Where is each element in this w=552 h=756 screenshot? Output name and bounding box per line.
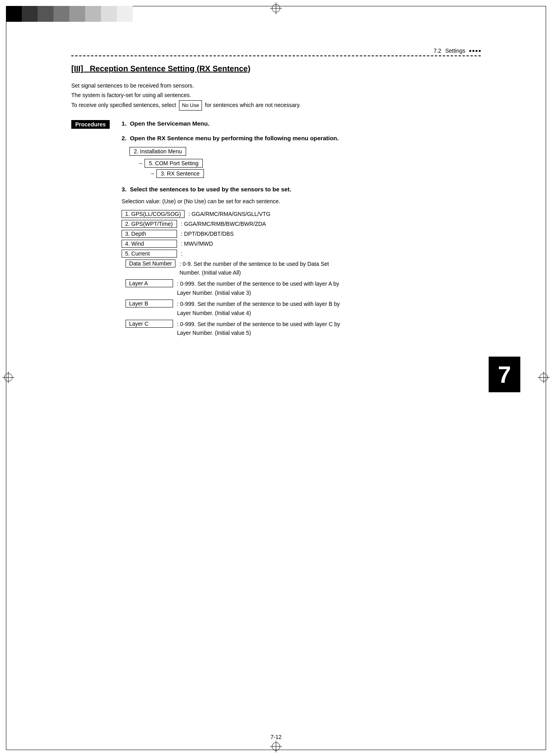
sub-item-label-4: Layer C xyxy=(126,320,173,328)
arrow-2: → xyxy=(149,170,155,177)
intro-line3-after: for sentences which are not necessary. xyxy=(205,102,301,108)
right-crosshair xyxy=(538,372,550,385)
intro-paragraph: Set signal sentences to be received from… xyxy=(71,81,481,111)
step-3-text: 3. Select the sentences to be used by th… xyxy=(122,186,481,193)
section-label: Settings xyxy=(445,48,465,54)
step-2-text: 2. Open the RX Sentence menu by performi… xyxy=(122,135,481,141)
menu-item-1: 2. Installation Menu xyxy=(129,147,186,156)
sub-item-label-2: Layer A xyxy=(126,279,173,287)
sentence-row-4: 4. Wind : MWV/MWD xyxy=(122,240,481,248)
sentence-value-5: : xyxy=(181,250,183,258)
top-crosshair xyxy=(270,2,282,15)
section-dots xyxy=(469,50,481,52)
arrow-1: → xyxy=(137,160,143,166)
intro-line3: To receive only specified sentences, sel… xyxy=(71,100,481,111)
sentence-label-4: 4. Wind xyxy=(122,240,177,248)
sub-item-row-4: Layer C : 0-999. Set the number of the s… xyxy=(126,320,481,338)
sentence-value-2: : GGA/RMC/RMB/BWC/BWR/ZDA xyxy=(181,220,266,228)
sub-item-label-1: Data Set Number xyxy=(126,260,175,267)
sub-item-value-2: : 0-999. Set the number of the sentence … xyxy=(177,279,343,297)
title-text: Reception Sentence Setting (RX Sentence) xyxy=(90,64,251,73)
sentence-row-3: 3. Depth : DPT/DBK/DBT/DBS xyxy=(122,230,481,238)
step-2-label: Open the RX Sentence menu by performing … xyxy=(130,135,339,141)
sub-item-row-1: Data Set Number : 0-9. Set the number of… xyxy=(126,260,481,277)
sentence-row-5: 5. Current : xyxy=(122,250,481,258)
menu-arrow-row-1: → 5. COM Port Setting xyxy=(129,159,481,168)
step-2-number: 2. xyxy=(122,135,127,141)
page-number: 7-12 xyxy=(270,734,282,740)
sentence-label-1: 1. GPS(LL/COG/SOG) xyxy=(122,210,185,218)
title-prefix: [III] xyxy=(71,64,83,73)
sentence-label-2: 2. GPS(WPT/Time) xyxy=(122,220,177,228)
procedures-block: Procedures 1. Open the Serviceman Menu. … xyxy=(71,120,481,346)
intro-line3-before: To receive only specified sentences, sel… xyxy=(71,102,176,108)
sub-item-row-3: Layer B : 0-999. Set the number of the s… xyxy=(126,300,481,317)
step-1-label: Open the Serviceman Menu. xyxy=(130,120,209,127)
menu-item-3: 3. RX Sentence xyxy=(156,169,204,178)
step-3: 3. Select the sentences to be used by th… xyxy=(122,186,481,338)
step-2: 2. Open the RX Sentence menu by performi… xyxy=(122,135,481,178)
section-divider xyxy=(71,55,481,56)
menu-item-2: 5. COM Port Setting xyxy=(145,159,203,168)
page-footer: 7-12 xyxy=(0,734,552,740)
sentence-value-1: : GGA/RMC/RMA/GNS/GLL/VTG xyxy=(188,210,270,218)
step-3-label: Select the sentences to be used by the s… xyxy=(130,186,291,193)
sub-item-row-2: Layer A : 0-999. Set the number of the s… xyxy=(126,279,481,297)
page: 7.2 Settings [III] Reception Sentence Se… xyxy=(0,0,552,756)
sentence-list: 1. GPS(LL/COG/SOG) : GGA/RMC/RMA/GNS/GLL… xyxy=(122,210,481,338)
chapter-number: 7 xyxy=(498,361,511,388)
selection-note: Selection value: (Use) or (No Use) can b… xyxy=(122,198,481,204)
left-crosshair xyxy=(2,372,14,385)
step-3-number: 3. xyxy=(122,186,127,193)
sentence-value-4: : MWV/MWD xyxy=(181,240,213,248)
menu-arrow-row-2: → 3. RX Sentence xyxy=(129,169,481,178)
main-title: [III] Reception Sentence Setting (RX Sen… xyxy=(71,64,481,73)
intro-line2: The system is factory-set for using all … xyxy=(71,91,481,100)
sub-items: Data Set Number : 0-9. Set the number of… xyxy=(126,260,481,338)
sub-item-value-4: : 0-999. Set the number of the sentence … xyxy=(177,320,343,338)
color-block-1 xyxy=(6,6,22,22)
sub-item-value-3: : 0-999. Set the number of the sentence … xyxy=(177,300,343,317)
sentence-row-1: 1. GPS(LL/COG/SOG) : GGA/RMC/RMA/GNS/GLL… xyxy=(122,210,481,218)
procedures-label: Procedures xyxy=(71,120,110,129)
sentence-value-3: : DPT/DBK/DBT/DBS xyxy=(181,230,234,238)
section-reference: 7.2 Settings xyxy=(71,48,481,54)
step-1-number: 1. xyxy=(122,120,127,127)
section-number: 7.2 xyxy=(434,48,441,54)
bottom-crosshair xyxy=(270,741,282,754)
no-use-button: No Use xyxy=(179,100,202,111)
sentence-label-3: 3. Depth xyxy=(122,230,177,238)
sentence-label-5: 5. Current xyxy=(122,250,177,258)
menu-hierarchy: 2. Installation Menu → 5. COM Port Setti… xyxy=(129,147,481,178)
intro-line1: Set signal sentences to be received from… xyxy=(71,81,481,91)
step-1-text: 1. Open the Serviceman Menu. xyxy=(122,120,481,127)
sub-item-label-3: Layer B xyxy=(126,300,173,307)
chapter-tab: 7 xyxy=(489,357,520,392)
sentence-row-2: 2. GPS(WPT/Time) : GGA/RMC/RMB/BWC/BWR/Z… xyxy=(122,220,481,228)
procedures-content: 1. Open the Serviceman Menu. 2. Open the… xyxy=(122,120,481,346)
sub-item-value-1: : 0-9. Set the number of the sentence to… xyxy=(179,260,346,277)
step-1: 1. Open the Serviceman Menu. xyxy=(122,120,481,127)
